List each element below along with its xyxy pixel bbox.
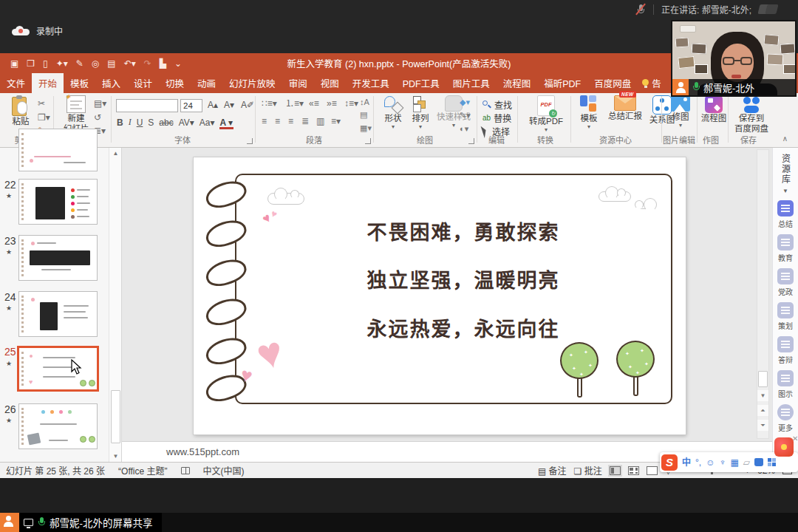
tab-insert[interactable]: 插入 xyxy=(95,73,127,93)
sogou-logo-icon[interactable]: S xyxy=(661,454,678,471)
shapes-button[interactable]: 形状 ▾ xyxy=(381,95,406,130)
tell-me-box[interactable]: 告 xyxy=(638,73,666,93)
pen-icon[interactable]: ✎ xyxy=(76,58,83,69)
sidebar-item-diagram[interactable]: 图示 xyxy=(777,370,794,399)
shape-effects-icon[interactable]: ◐▾ xyxy=(460,124,471,134)
line-spacing-icon[interactable]: ↕≡▾ xyxy=(344,99,358,108)
ime-emoji-icon[interactable]: ☺ xyxy=(706,458,715,467)
undo-icon[interactable]: ↶▾ xyxy=(124,58,136,69)
change-case-button[interactable]: Aa▾ xyxy=(200,117,215,128)
justify-icon[interactable]: ≣ xyxy=(301,117,309,126)
text-direction-icon[interactable]: ↕A xyxy=(360,98,372,106)
reset-slide-icon[interactable]: ↺ xyxy=(94,113,101,122)
tab-template[interactable]: 模板 xyxy=(64,73,95,93)
paragraph-more-icon[interactable]: ≡▾ xyxy=(331,117,341,126)
shape-outline-icon[interactable]: ✎▾ xyxy=(460,111,471,120)
comments-toggle[interactable]: ❏ 批注 xyxy=(574,464,602,477)
slide-thumbnail-24[interactable] xyxy=(18,291,98,337)
scroll-up-icon[interactable]: ▲ xyxy=(110,148,121,159)
save-icon[interactable]: ▣ xyxy=(10,58,18,69)
ime-punctuation-icon[interactable]: °, xyxy=(695,458,701,467)
sidebar-item-summary[interactable]: 总结 xyxy=(777,200,794,229)
webcam-video[interactable]: 郝雪妮-北外 xyxy=(671,20,797,97)
ime-mic-icon[interactable]: ♆ xyxy=(719,458,726,467)
font-name-input[interactable] xyxy=(116,99,178,112)
font-size-input[interactable] xyxy=(180,99,202,112)
normal-view-icon[interactable] xyxy=(610,466,621,475)
scrollbar-thumb[interactable] xyxy=(758,371,768,387)
ime-skin-icon[interactable] xyxy=(754,458,763,466)
scroll-down-icon[interactable]: ▼ xyxy=(757,390,768,401)
ime-toolbox-icon[interactable]: ▱ xyxy=(743,458,750,467)
tab-design[interactable]: 设计 xyxy=(127,73,159,93)
ime-keyboard-icon[interactable]: ▦ xyxy=(730,458,738,467)
tab-review[interactable]: 审阅 xyxy=(282,73,314,93)
bullets-icon[interactable]: ∷≡▾ xyxy=(262,99,277,108)
promo-close-icon[interactable]: ✕ xyxy=(792,434,798,443)
shadow-button[interactable]: S xyxy=(148,117,154,128)
paragraph-dialog-launcher[interactable] xyxy=(365,138,371,144)
replace-button[interactable]: ab 替换 xyxy=(482,112,511,124)
collapse-ribbon-icon[interactable]: ∧ xyxy=(782,134,788,143)
thumbnail-scrollbar[interactable]: ▲ ▼ xyxy=(109,148,121,462)
language-indicator[interactable]: 中文(中国) xyxy=(203,464,245,477)
slide-thumbnail-22[interactable] xyxy=(18,179,98,225)
font-color-button[interactable]: A ▾ xyxy=(220,117,233,128)
align-left-icon[interactable]: ≡ xyxy=(262,117,267,126)
decrease-indent-icon[interactable]: «≡ xyxy=(309,99,319,108)
sidebar-caret-icon[interactable]: ▼ xyxy=(782,188,788,194)
find-button[interactable]: 查找 xyxy=(482,98,512,111)
slide-thumbnail-26[interactable] xyxy=(18,403,98,449)
align-right-icon[interactable]: ≡ xyxy=(288,117,293,126)
font-dialog-launcher[interactable] xyxy=(247,138,253,144)
touch-mode-icon[interactable]: ✦▾ xyxy=(56,58,68,69)
columns-icon[interactable]: ▥ xyxy=(316,117,324,126)
promo-gift-icon[interactable] xyxy=(774,437,794,457)
slide-canvas[interactable]: ♥ ♥ 不畏困难，勇敢探索 独立坚强，温暖明亮 永远热爱，永远向往 ♥ ♥ ✦✦… xyxy=(194,157,686,434)
convert-to-pdf-button[interactable]: PDF↻ 转成PDF ▾ xyxy=(526,95,566,133)
next-slide-icon[interactable]: ⏷ xyxy=(757,420,768,431)
strikethrough-button[interactable]: abc xyxy=(159,117,173,128)
open-icon[interactable]: ❒ xyxy=(27,58,35,69)
theme-name[interactable]: “Office 主题” xyxy=(118,464,167,477)
char-spacing-button[interactable]: AV▾ xyxy=(179,117,194,128)
slide-thumbnail-23[interactable] xyxy=(18,235,98,281)
bold-button[interactable]: B xyxy=(117,117,123,128)
slide-thumbnail-25-selected[interactable]: ♥ xyxy=(17,346,99,392)
tab-flowchart[interactable]: 流程图 xyxy=(497,73,538,93)
sidebar-item-defense[interactable]: 答辩 xyxy=(777,336,794,365)
muted-mic-icon[interactable] xyxy=(635,4,646,16)
increase-indent-icon[interactable]: »≡ xyxy=(327,99,337,108)
tab-home[interactable]: 开始 xyxy=(32,73,64,93)
save-to-netdisk-button[interactable]: 保存到 百度网盘 xyxy=(732,95,771,134)
tab-pdf-tools[interactable]: PDF工具 xyxy=(396,73,446,93)
tab-baidu-netdisk[interactable]: 百度网盘 xyxy=(587,73,638,93)
tab-animations[interactable]: 动画 xyxy=(191,73,222,93)
numbering-icon[interactable]: ⒈≡▾ xyxy=(285,99,304,108)
smartart-convert-icon[interactable]: ▦▾ xyxy=(360,123,372,133)
drawing-dialog-launcher[interactable] xyxy=(468,138,474,144)
qat-more-icon[interactable]: ⌄ xyxy=(174,58,182,69)
slide-text-line-2[interactable]: 独立坚强，温暖明亮 xyxy=(275,265,652,293)
tab-view[interactable]: 视图 xyxy=(314,73,346,93)
grow-font-icon[interactable]: A▴ xyxy=(208,100,218,109)
flowchart-button[interactable]: 流程图 xyxy=(700,95,727,123)
shape-fill-icon[interactable]: ◆▾ xyxy=(460,98,471,107)
italic-button[interactable]: I xyxy=(129,117,132,128)
previous-slide-icon[interactable]: ⏶ xyxy=(757,405,768,416)
slideshow-icon[interactable]: ▤ xyxy=(107,58,115,69)
align-center-icon[interactable]: ≡ xyxy=(275,117,280,126)
summary-report-button[interactable]: NEW 总结汇报 xyxy=(604,95,646,121)
tab-picture-tools[interactable]: 图片工具 xyxy=(446,73,497,93)
tab-file[interactable]: 文件 xyxy=(0,73,32,93)
align-text-icon[interactable]: ▤ xyxy=(360,110,372,120)
sidebar-item-planning[interactable]: 策划 xyxy=(777,302,794,331)
underline-button[interactable]: U xyxy=(137,117,143,128)
slide-layout-icon[interactable]: ▤▾ xyxy=(94,99,106,108)
slide-sorter-view-icon[interactable] xyxy=(628,466,639,475)
tab-transitions[interactable]: 切换 xyxy=(159,73,191,93)
sidebar-item-education[interactable]: 教育 xyxy=(777,234,794,263)
chart-icon[interactable]: ▙ xyxy=(160,58,166,69)
arrange-button[interactable]: 排列 ▾ xyxy=(408,95,433,130)
tab-foxit-pdf[interactable]: 福昕PDF xyxy=(537,73,587,93)
